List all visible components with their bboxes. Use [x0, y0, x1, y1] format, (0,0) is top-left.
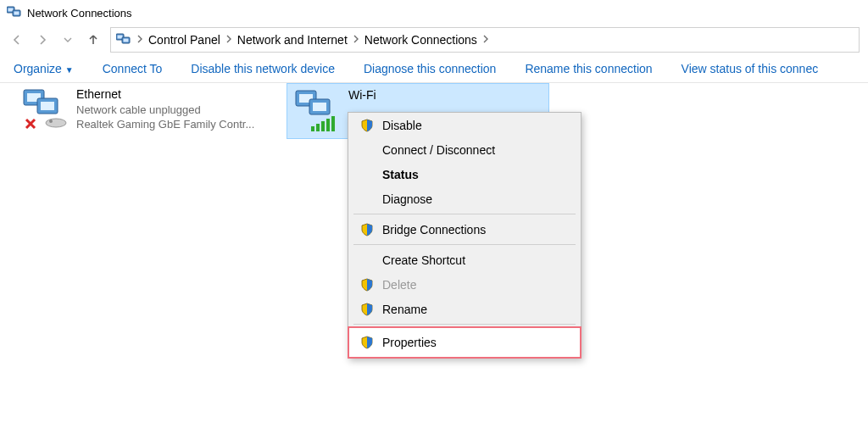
back-button[interactable] [8, 31, 25, 48]
svg-rect-22 [321, 121, 325, 131]
recent-dropdown-icon[interactable] [59, 31, 76, 48]
adapter-device: Realtek Gaming GbE Family Contr... [76, 117, 254, 132]
svg-rect-24 [331, 116, 335, 131]
forward-button[interactable] [34, 31, 51, 48]
context-menu-item-rename[interactable]: Rename [348, 297, 581, 321]
menu-icon-placeholder [360, 168, 374, 181]
svg-rect-11 [41, 102, 54, 110]
context-menu-item-label: Connect / Disconnect [382, 143, 495, 157]
uac-shield-icon [360, 303, 374, 316]
svg-rect-21 [316, 124, 320, 131]
rename-connection-button[interactable]: Rename this connection [525, 62, 652, 75]
breadcrumb-label: Network and Internet [237, 33, 348, 47]
svg-rect-20 [311, 126, 314, 131]
chevron-right-icon[interactable] [224, 33, 234, 47]
svg-point-13 [49, 120, 53, 123]
diagnose-connection-button[interactable]: Diagnose this connection [364, 62, 496, 75]
view-status-button[interactable]: View status of this connec [682, 62, 819, 75]
context-menu-item-label: Status [382, 168, 419, 181]
breadcrumb-label: Control Panel [148, 33, 220, 47]
context-menu-item-label: Delete [382, 278, 416, 292]
chevron-right-icon[interactable] [135, 33, 145, 47]
uac-shield-icon [360, 278, 374, 292]
context-menu-item-label: Diagnose [382, 192, 432, 206]
context-menu-item-label: Properties [382, 336, 437, 349]
context-menu-item-label: Bridge Connections [382, 223, 486, 236]
svg-point-12 [46, 119, 66, 127]
uac-shield-icon [360, 119, 374, 132]
context-menu-item-label: Rename [382, 303, 427, 316]
menu-icon-placeholder [360, 143, 374, 157]
adapter-name: Ethernet [76, 86, 254, 103]
address-bar[interactable]: Control Panel Network and Internet Netwo… [110, 27, 860, 53]
context-menu-separator [353, 244, 576, 245]
context-menu-item-disable[interactable]: Disable [348, 113, 581, 137]
svg-rect-23 [326, 119, 330, 131]
context-menu-item-delete: Delete [348, 272, 581, 297]
adapter-status: Network cable unplugged [76, 103, 254, 118]
window-title-bar: Network Connections [0, 0, 868, 25]
uac-shield-icon [360, 336, 374, 349]
network-connections-icon [7, 5, 22, 21]
adapter-ethernet-icon [20, 86, 68, 134]
svg-rect-19 [313, 103, 326, 111]
svg-rect-7 [124, 38, 129, 42]
context-menu-item-label: Disable [382, 119, 422, 132]
command-toolbar: Organize▼ Connect To Disable this networ… [0, 54, 868, 83]
up-button[interactable] [85, 31, 102, 48]
navigation-row: Control Panel Network and Internet Netwo… [0, 25, 868, 54]
adapter-ethernet[interactable]: Ethernet Network cable unplugged Realtek… [15, 83, 270, 137]
context-menu-item-diagnose[interactable]: Diagnose [348, 186, 581, 211]
disable-device-button[interactable]: Disable this network device [191, 62, 335, 75]
connect-to-button[interactable]: Connect To [103, 62, 163, 75]
context-menu-item-connect-disconnect[interactable]: Connect / Disconnect [348, 137, 581, 162]
context-menu-item-status[interactable]: Status [348, 162, 581, 186]
organize-menu[interactable]: Organize▼ [14, 62, 74, 75]
adapter-name: Wi-Fi [348, 87, 376, 103]
address-bar-icon [116, 32, 131, 48]
menu-icon-placeholder [360, 192, 374, 206]
breadcrumb-label: Network Connections [364, 33, 477, 47]
context-menu-item-properties[interactable]: Properties [348, 326, 581, 359]
context-menu-item-label: Create Shortcut [382, 253, 465, 267]
context-menu: DisableConnect / DisconnectStatusDiagnos… [348, 112, 581, 359]
window-title: Network Connections [27, 7, 132, 19]
svg-rect-3 [14, 11, 19, 14]
breadcrumb[interactable]: Network and Internet [237, 33, 361, 47]
context-menu-separator [353, 324, 576, 325]
adapter-wifi-icon [292, 87, 340, 135]
context-menu-item-create-shortcut[interactable]: Create Shortcut [348, 248, 581, 272]
adapters-pane: Ethernet Network cable unplugged Realtek… [0, 83, 868, 92]
chevron-right-icon[interactable] [351, 33, 361, 47]
organize-label: Organize [14, 62, 62, 75]
context-menu-separator [353, 214, 576, 214]
chevron-down-icon: ▼ [65, 65, 74, 75]
breadcrumb[interactable]: Control Panel [148, 33, 234, 47]
context-menu-item-bridge-connections[interactable]: Bridge Connections [348, 217, 581, 242]
menu-icon-placeholder [360, 253, 374, 267]
breadcrumb[interactable]: Network Connections [364, 33, 491, 47]
uac-shield-icon [360, 223, 374, 236]
chevron-right-icon[interactable] [481, 33, 491, 47]
